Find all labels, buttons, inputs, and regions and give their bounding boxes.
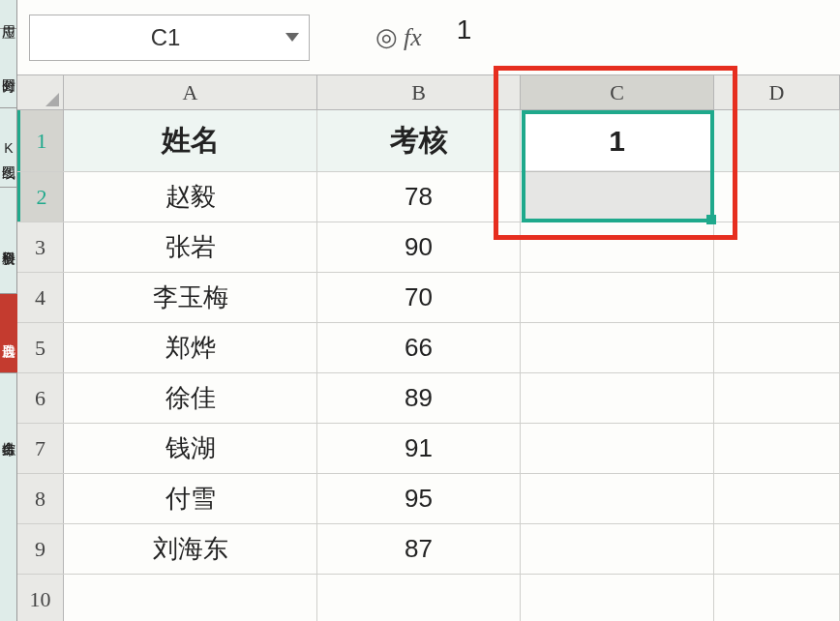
sidebar-item-2[interactable]: K线图 (0, 108, 17, 188)
table-row: 4 李玉梅 70 (17, 273, 840, 323)
cell-C7[interactable] (521, 424, 714, 473)
cell-C6[interactable] (521, 373, 714, 423)
cell-C9[interactable] (521, 524, 714, 574)
spreadsheet-grid: A B C D 1 姓名 考核 1 2 赵毅 78 3 张岩 (17, 75, 840, 621)
cell-B4[interactable]: 70 (317, 273, 521, 322)
cell-A6[interactable]: 徐佳 (64, 373, 317, 423)
cell-B6[interactable]: 89 (317, 373, 521, 423)
cell-B1[interactable]: 考核 (317, 110, 521, 171)
cell-C4[interactable] (521, 273, 714, 322)
cell-A2[interactable]: 赵毅 (64, 172, 317, 222)
col-header-C[interactable]: C (521, 75, 714, 109)
col-header-A[interactable]: A (64, 75, 317, 109)
col-header-B[interactable]: B (317, 75, 521, 109)
table-row: 7 钱湖 91 (17, 424, 840, 474)
cell-D10[interactable] (714, 575, 840, 621)
cell-D7[interactable] (714, 424, 840, 473)
cell-D6[interactable] (714, 373, 840, 423)
row-header-5[interactable]: 5 (17, 323, 64, 372)
cell-B9[interactable]: 87 (317, 524, 521, 574)
rows-container: 1 姓名 考核 1 2 赵毅 78 3 张岩 90 4 (17, 110, 840, 621)
row-header-3[interactable]: 3 (17, 222, 64, 272)
cell-B10[interactable] (317, 575, 521, 621)
cell-D1[interactable] (714, 110, 840, 171)
cell-A7[interactable]: 钱湖 (64, 424, 317, 473)
cell-C10[interactable] (521, 575, 714, 621)
cell-D9[interactable] (714, 524, 840, 574)
cell-B3[interactable]: 90 (317, 222, 521, 272)
row-header-8[interactable]: 8 (17, 474, 64, 523)
fx-group: ◎ fx (375, 22, 422, 52)
cell-A3[interactable]: 张岩 (64, 222, 317, 272)
row-header-6[interactable]: 6 (17, 373, 64, 423)
cell-B7[interactable]: 91 (317, 424, 521, 473)
row-header-1[interactable]: 1 (17, 110, 64, 171)
cell-A4[interactable]: 李玉梅 (64, 273, 317, 322)
table-row: 5 郑烨 66 (17, 323, 840, 373)
row-header-4[interactable]: 4 (17, 273, 64, 322)
cell-A8[interactable]: 付雪 (64, 474, 317, 523)
row-header-9[interactable]: 9 (17, 524, 64, 574)
formula-input[interactable]: 1 (430, 15, 828, 61)
cell-C5[interactable] (521, 323, 714, 372)
cell-A1[interactable]: 姓名 (64, 110, 317, 171)
sidebar-item-3[interactable]: 个股资料 (0, 188, 17, 294)
row-header-2[interactable]: 2 (17, 172, 64, 222)
name-box[interactable]: C1 (29, 15, 310, 61)
table-row: 6 徐佳 89 (17, 373, 840, 424)
sidebar-item-0[interactable]: 应用 (0, 0, 17, 29)
select-all-corner[interactable] (17, 75, 64, 109)
sidebar-item-5[interactable]: 综合排名 (0, 373, 17, 489)
cell-D4[interactable] (714, 273, 840, 322)
row-header-10[interactable]: 10 (17, 575, 64, 621)
cell-A9[interactable]: 刘海东 (64, 524, 317, 574)
cell-B2[interactable]: 78 (317, 172, 521, 222)
table-row: 2 赵毅 78 (17, 172, 840, 222)
name-box-value: C1 (45, 24, 285, 51)
fx-label[interactable]: fx (404, 23, 422, 52)
cell-C2[interactable] (521, 172, 714, 222)
sidebar-item-4[interactable]: 自选股 (0, 294, 17, 373)
table-row: 1 姓名 考核 1 (17, 110, 840, 172)
column-headers: A B C D (17, 75, 840, 110)
cell-D5[interactable] (714, 323, 840, 372)
left-sidebar: 应用 分时图 K线图 个股资料 自选股 综合排名 (0, 0, 17, 621)
cell-D2[interactable] (714, 172, 840, 222)
table-row: 9 刘海东 87 (17, 524, 840, 575)
table-row: 8 付雪 95 (17, 474, 840, 524)
formula-bar: C1 ◎ fx 1 (17, 0, 840, 75)
table-row: 10 (17, 575, 840, 621)
cell-C8[interactable] (521, 474, 714, 523)
cell-B5[interactable]: 66 (317, 323, 521, 372)
table-row: 3 张岩 90 (17, 222, 840, 273)
cell-A5[interactable]: 郑烨 (64, 323, 317, 372)
cell-A10[interactable] (64, 575, 317, 621)
cell-C3[interactable] (521, 222, 714, 272)
row-header-7[interactable]: 7 (17, 424, 64, 473)
sidebar-item-1[interactable]: 分时图 (0, 29, 17, 108)
cell-D3[interactable] (714, 222, 840, 272)
search-icon[interactable]: ◎ (375, 22, 398, 52)
cell-B8[interactable]: 95 (317, 474, 521, 523)
col-header-D[interactable]: D (714, 75, 840, 109)
cell-C1[interactable]: 1 (521, 110, 714, 171)
cell-D8[interactable] (714, 474, 840, 523)
name-box-dropdown-icon[interactable] (285, 33, 299, 42)
